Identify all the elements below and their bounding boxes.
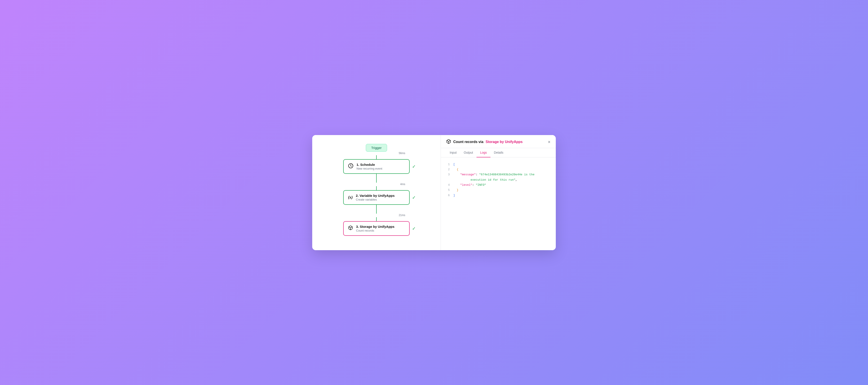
node-content-schedule: 1. Schedule New recurring event bbox=[356, 163, 405, 170]
line-num-3: 3 bbox=[446, 172, 450, 183]
node-title-schedule: 1. Schedule bbox=[356, 163, 405, 166]
node-content-variable: 2. Variable by UnifyApps Create variable… bbox=[356, 194, 405, 201]
workflow-node-storage[interactable]: 3. Storage by UnifyApps Count records ✓ bbox=[343, 221, 410, 236]
node-title-storage: 3. Storage by UnifyApps bbox=[356, 225, 405, 228]
timing-label-2: 4ms bbox=[400, 183, 405, 186]
connector-line-3b bbox=[376, 217, 377, 221]
connector-2-wrapper: 4ms (x) 2. Variable by UnifyApps Create … bbox=[339, 174, 414, 205]
workflow-panel: Trigger 56ms 1. Sched bbox=[312, 135, 441, 250]
log-close-bracket: ] bbox=[453, 193, 455, 198]
tab-details[interactable]: Details bbox=[491, 148, 507, 157]
node-subtitle-storage: Count records bbox=[356, 229, 405, 232]
node-title-variable: 2. Variable by UnifyApps bbox=[356, 194, 405, 197]
details-header: Count records via Storage by UnifyApps × bbox=[441, 135, 556, 148]
tab-logs[interactable]: Logs bbox=[476, 148, 490, 157]
node-subtitle-variable: Create variables bbox=[356, 198, 405, 201]
log-line-2: 2 { bbox=[446, 167, 551, 172]
details-title: Count records via Storage by UnifyApps bbox=[446, 139, 523, 145]
connector-line-1 bbox=[376, 155, 377, 159]
line-num-2: 2 bbox=[446, 167, 450, 172]
storage-icon bbox=[348, 225, 353, 232]
log-key-level: "level" bbox=[460, 183, 472, 187]
workflow-node-variable[interactable]: (x) 2. Variable by UnifyApps Create vari… bbox=[343, 190, 410, 205]
close-button[interactable]: × bbox=[548, 140, 551, 144]
node-content-storage: 3. Storage by UnifyApps Count records bbox=[356, 225, 405, 232]
connector-line-2a bbox=[376, 174, 377, 183]
check-icon-storage: ✓ bbox=[412, 226, 416, 231]
timing-label-3: 21ms bbox=[399, 214, 405, 217]
line-num-4: 4 bbox=[446, 183, 450, 188]
log-line-1: 1 [ bbox=[446, 162, 551, 167]
workflow-node-schedule[interactable]: 1. Schedule New recurring event ✓ bbox=[343, 159, 410, 174]
log-value-level: "INFO" bbox=[476, 183, 486, 187]
schedule-icon bbox=[348, 163, 353, 170]
app-window: Trigger 56ms 1. Sched bbox=[312, 135, 556, 250]
connector-3-wrapper: 21ms 3. Storage by UnifyApps Count recor… bbox=[339, 205, 414, 236]
connector-line-2b bbox=[376, 186, 377, 190]
log-line-5: 5 } bbox=[446, 188, 551, 193]
node-subtitle-schedule: New recurring event bbox=[356, 167, 405, 170]
log-open-brace: { bbox=[453, 167, 458, 172]
check-icon-variable: ✓ bbox=[412, 195, 416, 200]
connector-1-wrapper: 56ms 1. Schedule New recurring event bbox=[339, 152, 414, 174]
details-tabs: Input Output Logs Details bbox=[441, 148, 556, 157]
connector-line-3a bbox=[376, 205, 377, 214]
details-title-service: Storage by UnifyApps bbox=[486, 140, 523, 144]
log-line-4: 4 "level": "INFO" bbox=[446, 183, 551, 188]
log-level-line: "level": "INFO" bbox=[453, 183, 486, 188]
log-line-6: 6 ] bbox=[446, 193, 551, 198]
log-close-brace: } bbox=[453, 188, 458, 193]
details-title-prefix: Count records via bbox=[453, 140, 484, 144]
log-message-line: "message": "674e13488438493b2e20e44e is … bbox=[453, 172, 534, 183]
line-num-5: 5 bbox=[446, 188, 450, 193]
tab-output[interactable]: Output bbox=[460, 148, 476, 157]
trigger-button[interactable]: Trigger bbox=[366, 144, 387, 152]
details-panel: Count records via Storage by UnifyApps ×… bbox=[441, 135, 556, 250]
flow-section: Trigger 56ms 1. Sched bbox=[326, 144, 427, 236]
detail-storage-icon bbox=[446, 139, 451, 145]
line-num-6: 6 bbox=[446, 193, 450, 198]
variable-icon: (x) bbox=[348, 195, 353, 200]
tab-input[interactable]: Input bbox=[446, 148, 460, 157]
timing-label-1: 56ms bbox=[399, 152, 405, 155]
log-content: 1 [ 2 { 3 "message": "674e13488438493b2e… bbox=[441, 157, 556, 250]
check-icon-schedule: ✓ bbox=[412, 164, 416, 169]
log-open-bracket: [ bbox=[453, 162, 455, 167]
line-num-1: 1 bbox=[446, 162, 450, 167]
log-line-3: 3 "message": "674e13488438493b2e20e44e i… bbox=[446, 172, 551, 183]
log-key-message: "message" bbox=[460, 173, 476, 176]
